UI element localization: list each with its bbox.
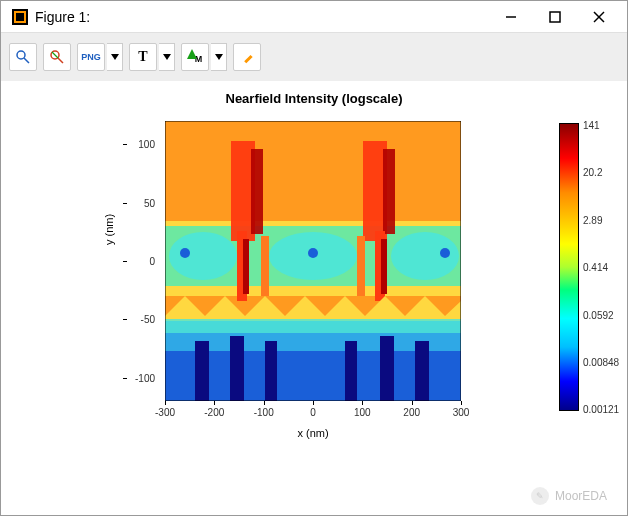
svg-rect-38 (345, 341, 357, 401)
svg-rect-22 (383, 149, 395, 234)
cbar-tick: 20.2 (583, 167, 602, 178)
window-controls (499, 5, 623, 29)
figure-window: Figure 1: PNG T M Nearfield Intensity (l… (0, 0, 628, 516)
close-button[interactable] (587, 5, 611, 29)
x-tick: -100 (254, 407, 274, 418)
x-tick: -200 (204, 407, 224, 418)
colorbar-gradient (559, 123, 579, 411)
svg-point-6 (17, 51, 25, 59)
y-tick: -100 (135, 372, 155, 383)
svg-rect-3 (550, 12, 560, 22)
y-tick: 0 (149, 256, 155, 267)
svg-rect-34 (381, 239, 387, 294)
cbar-tick: 0.0592 (583, 310, 614, 321)
svg-line-7 (24, 58, 29, 63)
svg-rect-37 (265, 341, 277, 401)
svg-line-10 (52, 52, 58, 58)
svg-point-27 (308, 248, 318, 258)
figure-area: Nearfield Intensity (logscale) (1, 81, 627, 515)
cbar-tick: 0.414 (583, 262, 608, 273)
x-tick: 0 (310, 407, 316, 418)
marker-tool-dropdown[interactable] (211, 43, 227, 71)
cbar-tick: 2.89 (583, 215, 602, 226)
x-tick: 100 (354, 407, 371, 418)
svg-rect-35 (195, 341, 209, 401)
svg-rect-11 (244, 55, 252, 63)
toolbar: PNG T M (1, 33, 627, 81)
heatmap-axes[interactable]: 100 50 0 -50 -100 -300 -200 -100 0 100 2… (165, 121, 461, 401)
svg-rect-20 (251, 149, 263, 234)
app-icon (11, 8, 29, 26)
svg-rect-32 (357, 236, 365, 296)
x-tick: 300 (453, 407, 470, 418)
edit-button[interactable] (233, 43, 261, 71)
svg-point-28 (440, 248, 450, 258)
watermark-icon: ✎ (531, 487, 549, 505)
svg-point-26 (180, 248, 190, 258)
y-tick: 50 (144, 197, 155, 208)
svg-rect-41 (165, 319, 461, 333)
watermark: ✎ MoorEDA (531, 487, 607, 505)
zoom-reset-button[interactable] (43, 43, 71, 71)
y-tick: -50 (141, 314, 155, 325)
x-axis-label: x (nm) (165, 427, 461, 439)
export-dropdown[interactable] (107, 43, 123, 71)
svg-rect-39 (380, 336, 394, 401)
marker-tool-button[interactable]: M (181, 43, 209, 71)
y-tick: 100 (138, 139, 155, 150)
export-png-button[interactable]: PNG (77, 43, 105, 71)
watermark-text: MoorEDA (555, 489, 607, 503)
titlebar: Figure 1: (1, 1, 627, 33)
window-title: Figure 1: (35, 9, 499, 25)
heatmap-plot (165, 121, 461, 401)
x-axis-ticks: -300 -200 -100 0 100 200 300 (165, 401, 461, 421)
y-axis-ticks: 100 50 0 -50 -100 (127, 121, 161, 401)
svg-rect-36 (230, 336, 244, 401)
svg-line-9 (58, 58, 63, 63)
svg-rect-12 (165, 121, 461, 226)
colorbar: 141 20.2 2.89 0.414 0.0592 0.00848 0.001… (559, 123, 579, 411)
maximize-button[interactable] (543, 5, 567, 29)
y-axis-label: y (nm) (103, 214, 115, 245)
zoom-in-button[interactable] (9, 43, 37, 71)
x-tick: -300 (155, 407, 175, 418)
text-tool-button[interactable]: T (129, 43, 157, 71)
chart-title: Nearfield Intensity (logscale) (1, 91, 627, 106)
svg-point-23 (169, 232, 237, 280)
cbar-tick: 0.00121 (583, 404, 619, 415)
svg-rect-40 (415, 341, 429, 401)
minimize-button[interactable] (499, 5, 523, 29)
svg-rect-30 (243, 239, 249, 294)
text-tool-dropdown[interactable] (159, 43, 175, 71)
cbar-tick: 0.00848 (583, 357, 619, 368)
x-tick: 200 (403, 407, 420, 418)
cbar-tick: 141 (583, 120, 600, 131)
svg-rect-31 (261, 236, 269, 296)
